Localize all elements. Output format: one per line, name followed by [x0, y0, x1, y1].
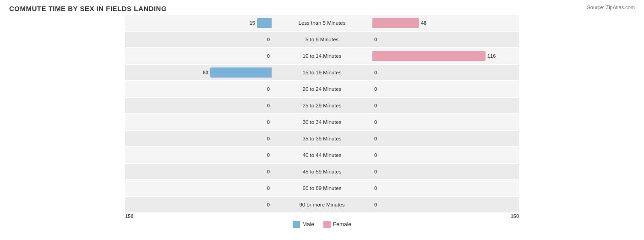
- chart-container: COMMUTE TIME BY SEX IN FIELDS LANDING So…: [0, 0, 644, 240]
- table-row: 060 to 89 Minutes0: [125, 180, 519, 196]
- axis-right: 150: [511, 213, 519, 219]
- axis-labels: 150 150: [125, 213, 519, 219]
- table-row: 045 to 59 Minutes0: [125, 164, 519, 179]
- table-row: 035 to 39 Minutes0: [125, 131, 519, 146]
- male-value: 0: [267, 185, 270, 191]
- legend: Male Female: [125, 221, 519, 228]
- bar-label: 90 or more Minutes: [272, 202, 372, 207]
- female-value: 0: [374, 103, 377, 108]
- male-value: 0: [267, 103, 270, 108]
- table-row: 025 to 29 Minutes0: [125, 98, 519, 113]
- male-value: 0: [267, 202, 270, 207]
- source-text: Source: ZipAtlas.com: [587, 5, 635, 10]
- female-bar: [372, 18, 419, 28]
- bar-label: 20 to 24 Minutes: [272, 86, 372, 92]
- female-value: 48: [421, 20, 426, 26]
- female-value: 0: [374, 37, 377, 42]
- male-bar: [257, 18, 272, 28]
- chart-title: COMMUTE TIME BY SEX IN FIELDS LANDING: [9, 5, 635, 12]
- female-value: 0: [374, 169, 377, 174]
- bar-label: 25 to 29 Minutes: [272, 103, 372, 108]
- male-value: 0: [267, 169, 270, 174]
- table-row: 090 or more Minutes0: [125, 197, 519, 212]
- legend-male: Male: [293, 221, 314, 228]
- male-label: Male: [302, 221, 314, 228]
- bar-chart: 15Less than 5 Minutes4805 to 9 Minutes00…: [125, 15, 519, 212]
- table-row: 05 to 9 Minutes0: [125, 32, 519, 47]
- table-row: 020 to 24 Minutes0: [125, 81, 519, 97]
- male-value: 0: [267, 37, 270, 42]
- bar-label: 10 to 14 Minutes: [272, 53, 372, 59]
- bar-label: 45 to 59 Minutes: [272, 169, 372, 174]
- male-value: 0: [267, 152, 270, 158]
- female-value: 0: [374, 152, 377, 158]
- female-value: 0: [374, 136, 377, 141]
- table-row: 15Less than 5 Minutes48: [125, 15, 519, 31]
- female-value: 116: [487, 53, 496, 59]
- bar-label: 15 to 19 Minutes: [272, 70, 372, 75]
- bar-label: 5 to 9 Minutes: [272, 37, 372, 42]
- male-value: 63: [203, 70, 208, 75]
- table-row: 040 to 44 Minutes0: [125, 147, 519, 163]
- table-row: 010 to 14 Minutes116: [125, 48, 519, 64]
- male-swatch: [293, 221, 300, 228]
- female-value: 0: [374, 119, 377, 125]
- female-value: 0: [374, 202, 377, 207]
- female-bar: [372, 51, 486, 61]
- female-value: 0: [374, 86, 377, 92]
- male-value: 0: [267, 53, 270, 59]
- female-value: 0: [374, 185, 377, 191]
- male-value: 0: [267, 119, 270, 125]
- bar-label: Less than 5 Minutes: [272, 20, 372, 26]
- female-value: 0: [374, 70, 377, 75]
- bar-label: 30 to 34 Minutes: [272, 119, 372, 125]
- male-value: 0: [267, 86, 270, 92]
- male-value: 15: [250, 20, 255, 26]
- bar-label: 60 to 89 Minutes: [272, 185, 372, 191]
- axis-left: 150: [125, 213, 133, 219]
- legend-female: Female: [323, 221, 351, 228]
- female-swatch: [323, 221, 331, 228]
- table-row: 030 to 34 Minutes0: [125, 114, 519, 130]
- female-label: Female: [333, 221, 351, 228]
- male-value: 0: [267, 136, 270, 141]
- table-row: 6315 to 19 Minutes0: [125, 65, 519, 80]
- bar-label: 35 to 39 Minutes: [272, 136, 372, 141]
- male-bar: [210, 67, 272, 78]
- bar-label: 40 to 44 Minutes: [272, 152, 372, 158]
